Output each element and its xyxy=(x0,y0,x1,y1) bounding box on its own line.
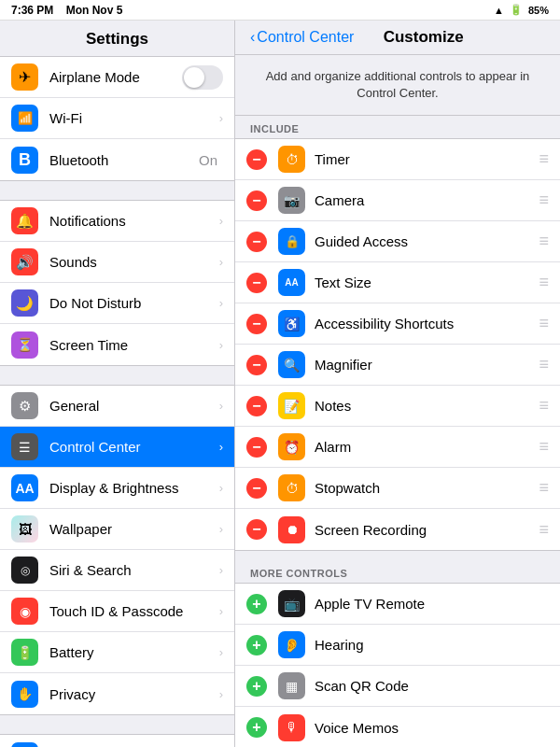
remove-notes-button[interactable] xyxy=(246,396,267,416)
touch-id-label: Touch ID & Passcode xyxy=(49,603,219,619)
sounds-label: Sounds xyxy=(49,254,219,270)
airplane-mode-icon: ✈ xyxy=(11,63,38,91)
remove-timer-button[interactable] xyxy=(246,149,267,170)
airplane-mode-toggle[interactable] xyxy=(182,65,223,90)
hearing-label: Hearing xyxy=(315,637,549,653)
right-panel: ‹ Control Center Customize Add and organ… xyxy=(235,21,560,747)
add-hearing-button[interactable] xyxy=(246,635,267,655)
sidebar-item-notifications[interactable]: 🔔 Notifications › xyxy=(0,201,234,242)
include-item-stopwatch[interactable]: ⏱ Stopwatch ≡ xyxy=(235,468,560,509)
include-item-magnifier[interactable]: 🔍 Magnifier ≡ xyxy=(235,345,560,386)
remove-guided-access-button[interactable] xyxy=(246,232,267,252)
timer-icon: ⏱ xyxy=(278,146,305,173)
guided-access-drag-handle[interactable]: ≡ xyxy=(539,232,549,251)
include-item-notes[interactable]: 📝 Notes ≡ xyxy=(235,386,560,427)
include-item-text-size[interactable]: AA Text Size ≡ xyxy=(235,262,560,303)
wallpaper-label: Wallpaper xyxy=(49,521,219,537)
magnifier-drag-handle[interactable]: ≡ xyxy=(539,355,549,374)
sidebar-item-airplane-mode[interactable]: ✈ Airplane Mode xyxy=(0,57,234,98)
sidebar-item-itunes[interactable]: A iTunes & App Store › xyxy=(0,735,234,747)
accessibility-label: Accessibility Shortcuts xyxy=(315,316,535,331)
notes-label: Notes xyxy=(315,398,535,414)
wallpaper-chevron: › xyxy=(219,522,223,536)
sidebar-item-touch-id[interactable]: ◉ Touch ID & Passcode › xyxy=(0,591,234,632)
more-item-qr-code[interactable]: ▦ Scan QR Code xyxy=(235,666,560,707)
screen-time-icon: ⏳ xyxy=(11,331,38,359)
display-label: Display & Brightness xyxy=(49,480,219,496)
add-voice-memos-button[interactable] xyxy=(246,717,267,738)
camera-drag-handle[interactable]: ≡ xyxy=(539,190,549,210)
screen-time-label: Screen Time xyxy=(49,337,219,353)
sidebar-item-control-center[interactable]: ☰ Control Center › xyxy=(0,427,234,468)
timer-drag-handle[interactable]: ≡ xyxy=(539,149,549,169)
remove-camera-button[interactable] xyxy=(246,190,267,211)
stopwatch-icon: ⏱ xyxy=(278,474,305,501)
wifi-settings-icon: 📶 xyxy=(11,105,38,132)
sidebar-item-sounds[interactable]: 🔊 Sounds › xyxy=(0,242,234,283)
sidebar-item-general[interactable]: ⚙ General › xyxy=(0,386,234,427)
touch-id-chevron: › xyxy=(219,604,223,618)
include-item-timer[interactable]: ⏱ Timer ≡ xyxy=(235,139,560,180)
back-button[interactable]: ‹ Control Center xyxy=(250,29,354,53)
remove-accessibility-button[interactable] xyxy=(246,314,267,334)
more-controls-list: 📺 Apple TV Remote 👂 Hearing ▦ Scan QR Co… xyxy=(235,583,560,747)
general-chevron: › xyxy=(219,399,223,413)
guided-access-icon: 🔒 xyxy=(278,228,305,255)
sidebar-item-wifi[interactable]: 📶 Wi-Fi › xyxy=(0,98,234,139)
sidebar-item-battery[interactable]: 🔋 Battery › xyxy=(0,632,234,673)
more-item-hearing[interactable]: 👂 Hearing xyxy=(235,625,560,666)
remove-stopwatch-button[interactable] xyxy=(246,478,267,499)
add-qr-code-button[interactable] xyxy=(246,676,267,697)
sidebar-item-bluetooth[interactable]: B Bluetooth On xyxy=(0,139,234,180)
bluetooth-value: On xyxy=(199,152,217,168)
add-apple-tv-button[interactable] xyxy=(246,594,267,614)
sidebar-item-privacy[interactable]: ✋ Privacy › xyxy=(0,673,234,714)
more-item-voice-memos[interactable]: 🎙 Voice Memos xyxy=(235,707,560,747)
guided-access-label: Guided Access xyxy=(315,233,535,249)
more-item-apple-tv[interactable]: 📺 Apple TV Remote xyxy=(235,584,560,625)
include-item-screen-recording[interactable]: ⏺ Screen Recording ≡ xyxy=(235,509,560,550)
include-item-camera[interactable]: 📷 Camera ≡ xyxy=(235,180,560,221)
wallpaper-icon: 🖼 xyxy=(11,515,38,543)
do-not-disturb-chevron: › xyxy=(219,296,223,310)
camera-icon: 📷 xyxy=(278,187,305,214)
siri-label: Siri & Search xyxy=(49,562,219,578)
text-size-drag-handle[interactable]: ≡ xyxy=(539,273,549,292)
include-item-accessibility[interactable]: ♿ Accessibility Shortcuts ≡ xyxy=(235,303,560,345)
battery-icon: 🔋 xyxy=(510,4,523,16)
include-item-guided-access[interactable]: 🔒 Guided Access ≡ xyxy=(235,221,560,262)
magnifier-icon: 🔍 xyxy=(278,351,305,378)
notes-drag-handle[interactable]: ≡ xyxy=(539,396,549,416)
screen-recording-drag-handle[interactable]: ≡ xyxy=(539,520,549,540)
remove-screen-recording-button[interactable] xyxy=(246,519,267,540)
screen-recording-icon: ⏺ xyxy=(278,516,305,543)
remove-text-size-button[interactable] xyxy=(246,273,267,293)
remove-magnifier-button[interactable] xyxy=(246,355,267,375)
text-size-label: Text Size xyxy=(315,275,535,290)
sidebar-item-display-brightness[interactable]: AA Display & Brightness › xyxy=(0,468,234,509)
alarm-drag-handle[interactable]: ≡ xyxy=(539,437,549,457)
back-chevron-icon: ‹ xyxy=(250,29,255,46)
voice-memos-icon: 🎙 xyxy=(278,714,305,741)
apple-tv-label: Apple TV Remote xyxy=(315,596,549,612)
general-label: General xyxy=(49,398,219,414)
status-bar: 7:36 PM Mon Nov 5 ▲ 🔋 85% xyxy=(0,0,560,21)
wifi-label: Wi-Fi xyxy=(49,110,219,126)
bluetooth-icon: B xyxy=(11,147,38,174)
display-icon: AA xyxy=(11,474,38,501)
screen-recording-label: Screen Recording xyxy=(315,522,535,538)
sidebar-item-siri[interactable]: ◎ Siri & Search › xyxy=(0,550,234,591)
sounds-icon: 🔊 xyxy=(11,248,38,275)
include-item-alarm[interactable]: ⏰ Alarm ≡ xyxy=(235,427,560,468)
right-panel-scroll[interactable]: Add and organize additional controls to … xyxy=(235,55,560,747)
control-center-chevron: › xyxy=(219,440,223,454)
remove-alarm-button[interactable] xyxy=(246,437,267,458)
hearing-icon: 👂 xyxy=(278,631,305,658)
stopwatch-drag-handle[interactable]: ≡ xyxy=(539,478,549,498)
wifi-icon: ▲ xyxy=(494,5,504,16)
sidebar-item-wallpaper[interactable]: 🖼 Wallpaper › xyxy=(0,509,234,550)
sidebar-item-do-not-disturb[interactable]: 🌙 Do Not Disturb › xyxy=(0,283,234,324)
sidebar-item-screen-time[interactable]: ⏳ Screen Time › xyxy=(0,324,234,365)
include-list: ⏱ Timer ≡ 📷 Camera ≡ 🔒 Guided Access ≡ xyxy=(235,138,560,551)
accessibility-drag-handle[interactable]: ≡ xyxy=(539,314,549,333)
